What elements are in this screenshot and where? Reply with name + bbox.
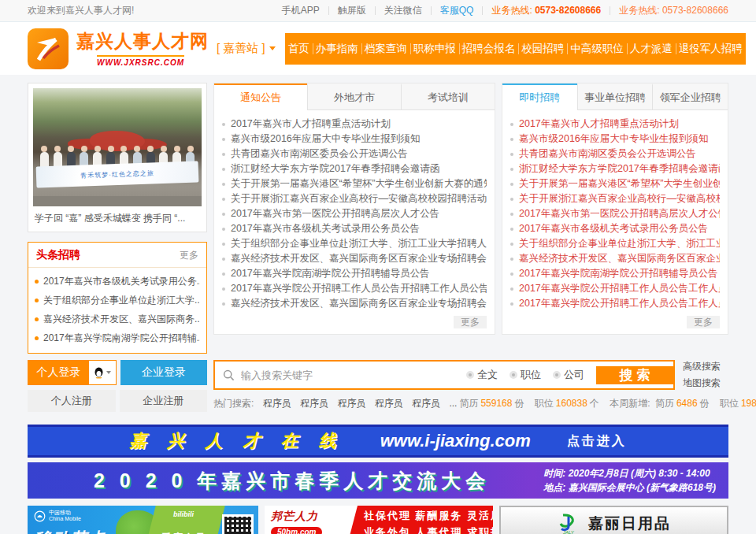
tab-instant-jobs[interactable]: 即时招聘: [502, 83, 577, 110]
job-item[interactable]: 2017年嘉兴学院公开招聘工作人员公告工作人员...: [510, 296, 720, 311]
headline-item[interactable]: 嘉兴经济技术开发区、嘉兴国际商务...: [35, 310, 200, 328]
welcome-text: 欢迎来到嘉兴人事人才网!: [28, 4, 134, 17]
scope-radio-position[interactable]: 职位: [510, 368, 541, 382]
notice-more-link[interactable]: 更多: [454, 316, 487, 328]
nav-item-home[interactable]: 首页: [285, 33, 313, 65]
nav-item-title-apply[interactable]: 职称申报: [410, 33, 459, 65]
job-item[interactable]: 2017年嘉兴学院公开招聘工作人员公告工作人员...: [510, 281, 720, 296]
scope-radio-company[interactable]: 公司: [553, 368, 584, 382]
news-photo[interactable]: 青禾筑梦·红色之恋之旅: [33, 88, 202, 206]
chevron-down-icon: [106, 371, 111, 374]
jobs-more-link[interactable]: 更多: [687, 316, 720, 328]
job-item[interactable]: 2017年嘉兴学院南湖学院公开招聘辅导员公告: [510, 266, 720, 281]
topbar-link-wechat[interactable]: 关注微信: [376, 4, 431, 17]
nav-item-jobfair[interactable]: 招聘会报名: [459, 33, 519, 65]
job-item[interactable]: 2017年嘉兴市各级机关考试录用公务员公告: [510, 221, 720, 236]
bullet-icon: [510, 138, 513, 141]
bullet-icon: [35, 336, 39, 340]
headline-item[interactable]: 2017年嘉兴市各级机关考试录用公务...: [35, 272, 200, 291]
notice-item[interactable]: 2017年嘉兴市第一医院公开招聘高层次人才公告: [222, 206, 487, 221]
job-item[interactable]: 嘉兴经济技术开发区、嘉兴国际商务区百家企业专...: [510, 251, 720, 266]
bullet-icon: [222, 168, 225, 171]
nav-item-dispatch[interactable]: 人才派遣: [627, 33, 676, 65]
notice-item[interactable]: 嘉兴经济技术开发区、嘉兴国际商务区百家企业专场招聘会公告: [222, 251, 487, 266]
notice-item[interactable]: 2017年嘉兴市各级机关考试录用公务员公告: [222, 221, 487, 236]
divider: [610, 6, 610, 15]
nav-item-campus[interactable]: 校园招聘: [518, 33, 567, 65]
job-item[interactable]: 2017年嘉兴市第一医院公开招聘高层次人才公告: [510, 206, 720, 221]
hot-search-label: 热门搜索:: [213, 398, 254, 409]
company-register-button[interactable]: 企业注册: [120, 390, 208, 412]
nav-item-senior-jobs[interactable]: 中高级职位: [567, 33, 627, 65]
hot-keyword[interactable]: 程序员: [375, 398, 403, 409]
tab-public-institution-jobs[interactable]: 事业单位招聘: [577, 83, 653, 110]
job-item[interactable]: 嘉兴市级2016年应届大中专毕业生报到须知: [510, 132, 720, 146]
search-input[interactable]: [241, 362, 466, 388]
personal-login-button[interactable]: 个人登录: [28, 361, 89, 384]
notice-item[interactable]: 2017年嘉兴学院南湖学院公开招聘辅导员公告: [222, 266, 487, 281]
tab-notices[interactable]: 通知公告: [214, 83, 307, 110]
jiali-ad[interactable]: JALY 嘉丽日用品: [499, 506, 728, 534]
job-item[interactable]: 2017年嘉兴市人才招聘重点活动计划: [510, 117, 720, 132]
station-switcher[interactable]: [ 嘉善站 ]: [217, 41, 276, 56]
notice-item[interactable]: 嘉兴经济技术开发区、嘉兴国际商务区百家企业专场招聘会公告: [222, 296, 487, 311]
site-url: WWW.JXRSRC.COM: [97, 55, 184, 67]
hot-keyword[interactable]: 程序员: [300, 398, 328, 409]
qq-login-button[interactable]: [89, 361, 116, 384]
bullet-icon: [510, 183, 513, 186]
jiaxing-talent-online-banner[interactable]: 嘉 兴 人 才 在 线 www.i-jiaxing.com 点击进入: [28, 425, 728, 458]
tab-exam-training[interactable]: 考试培训: [401, 83, 495, 110]
notice-item[interactable]: 2017年嘉兴市人才招聘重点活动计划: [222, 117, 487, 132]
topbar-link-mobile-app[interactable]: 手机APP: [273, 4, 328, 17]
scope-radio-fulltext[interactable]: 全文: [466, 368, 498, 382]
bullet-icon: [222, 153, 225, 156]
notice-item[interactable]: 关于组织部分企事业单位赴浙江大学、浙江工业大学招聘人才的...: [222, 236, 487, 251]
china-mobile-brand: 中国移动 China Mobile: [49, 510, 81, 522]
map-search-link[interactable]: 地图搜索: [683, 376, 728, 390]
job-item[interactable]: 浙江财经大学东方学院2017年春季招聘会邀请函: [510, 161, 720, 176]
banner2-info: 时间: 2020年2月8日 (周六) 8:30 - 14:00 地点: 嘉兴国际…: [543, 466, 716, 495]
bangmang-hr-ad[interactable]: 邦芒人力 50bm.com 社保代理 薪酬服务 灵活用工 业务外包 人事代理 求…: [265, 506, 493, 534]
spring-jobfair-banner[interactable]: 2 0 2 0 年嘉兴市春季人才交流大会 时间: 2020年2月8日 (周六) …: [28, 462, 728, 499]
headline-item[interactable]: 2017年嘉兴学院南湖学院公开招聘辅...: [35, 328, 200, 347]
advanced-search-link[interactable]: 高级搜索: [683, 360, 728, 373]
personal-register-button[interactable]: 个人注册: [28, 390, 116, 412]
search-button[interactable]: 搜索: [596, 366, 673, 384]
topbar-link-touch-version[interactable]: 触屏版: [329, 4, 375, 17]
nav-item-veterans[interactable]: 退役军人招聘: [676, 33, 746, 65]
tab-other-markets[interactable]: 外地才市: [307, 83, 401, 110]
headline-jobs-box: 头条招聘 更多 2017年嘉兴市各级机关考试录用公务... 关于组织部分企事业单…: [28, 242, 207, 354]
bullet-icon: [510, 213, 513, 216]
job-item[interactable]: 关于开展第一届嘉兴港区“希望杯”大学生创业创...: [510, 176, 720, 191]
photo-banner: 青禾筑梦·红色之恋之旅: [36, 161, 199, 187]
headline-item[interactable]: 关于组织部分企事业单位赴浙江大学...: [35, 291, 200, 310]
hot-keyword[interactable]: ...: [449, 398, 457, 409]
notice-item[interactable]: 关于开展第一届嘉兴港区“希望杯”大学生创业创新大赛的通知: [222, 176, 487, 191]
chevron-down-icon: [269, 46, 276, 50]
photo-caption[interactable]: 学子回 “嘉” 感受禾城蝶变 携手同 “...: [33, 206, 202, 227]
topbar-link-qq-service[interactable]: 客服QQ: [432, 4, 483, 17]
nav-item-guide[interactable]: 办事指南: [313, 33, 361, 65]
notice-item[interactable]: 嘉兴市级2016年应届大中专毕业生报到须知: [222, 132, 487, 146]
banner1-url: www.i-jiaxing.com: [380, 431, 531, 451]
headline-more-link[interactable]: 更多: [180, 249, 198, 262]
hot-keyword[interactable]: 程序员: [412, 398, 440, 409]
tab-leading-company-jobs[interactable]: 领军企业招聘: [652, 83, 728, 110]
company-login-button[interactable]: 企业登录: [120, 360, 207, 385]
notice-item[interactable]: 关于开展浙江嘉兴百家企业高校行—安徽高校校园招聘活动的通...: [222, 191, 487, 206]
hot-keyword[interactable]: 程序员: [337, 398, 365, 409]
job-item[interactable]: 关于开展浙江嘉兴百家企业高校行—安徽高校校园...: [510, 191, 720, 206]
search-box: 全文 职位 公司 搜索: [213, 360, 675, 390]
job-item[interactable]: 关于组织部分企事业单位赴浙江大学、浙江工业大...: [510, 236, 720, 251]
notice-item[interactable]: 共青团嘉兴市南湖区委员会公开选调公告: [222, 146, 487, 161]
china-mobile-ad[interactable]: 中国移动 China Mobile 移动花卡 bilibili 季度会员: [28, 506, 258, 534]
site-logo[interactable]: [28, 28, 69, 69]
notice-item[interactable]: 2017年嘉兴学院公开招聘工作人员公告开招聘工作人员公告开...: [222, 281, 487, 296]
job-item[interactable]: 共青团嘉兴市南湖区委员会公开选调公告: [510, 146, 720, 161]
notice-item[interactable]: 浙江财经大学东方学院2017年春季招聘会邀请函: [222, 161, 487, 176]
bullet-icon: [222, 273, 225, 276]
nav-item-archive[interactable]: 档案查询: [361, 33, 410, 65]
mobile-ad-title: 移动花卡: [34, 528, 106, 534]
hot-keyword[interactable]: 程序员: [263, 398, 291, 409]
bullet-icon: [510, 228, 513, 231]
